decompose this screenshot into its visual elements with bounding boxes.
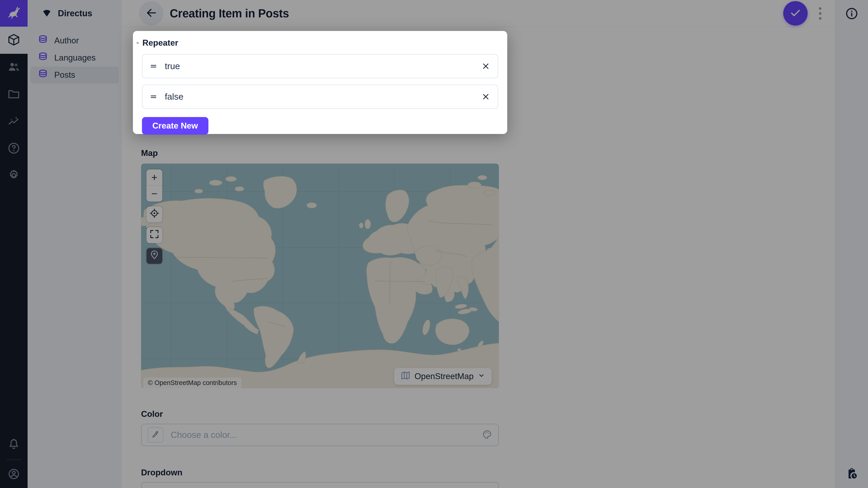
repeater-item-value: true: [165, 61, 180, 71]
remove-item-button[interactable]: [481, 61, 491, 71]
repeater-item-row[interactable]: false: [142, 85, 498, 109]
drag-handle-icon[interactable]: [149, 93, 158, 101]
repeater-field-panel: Repeater true false Create New: [133, 31, 507, 134]
create-new-button[interactable]: Create New: [142, 117, 209, 135]
repeater-item-row[interactable]: true: [142, 54, 498, 78]
drag-handle-icon[interactable]: [149, 62, 158, 70]
repeater-field-label: Repeater: [143, 38, 178, 48]
field-edited-dot: [136, 42, 139, 44]
repeater-item-value: false: [165, 92, 183, 102]
repeater-label-row: Repeater: [142, 38, 498, 48]
remove-item-button[interactable]: [481, 92, 491, 102]
